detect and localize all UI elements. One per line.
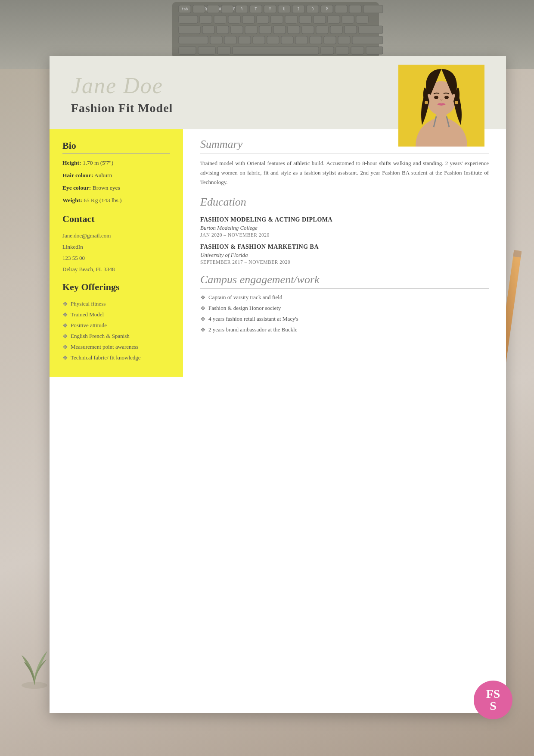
bullet-icon: ❖ bbox=[62, 354, 68, 362]
svg-rect-37 bbox=[316, 26, 328, 34]
bullet-icon: ❖ bbox=[200, 305, 206, 312]
fss-text-bottom: S bbox=[490, 700, 497, 712]
bio-height-label: Height: bbox=[62, 159, 81, 166]
bio-hair-label: Hair colour: bbox=[62, 172, 93, 178]
bio-eye: Eye colour: Brown eyes bbox=[62, 184, 170, 192]
fss-text-top: FS bbox=[486, 688, 500, 700]
education-title: Education bbox=[200, 196, 489, 211]
svg-rect-54 bbox=[198, 47, 215, 54]
header-section: Jane Doe Fashion Fit Model bbox=[50, 56, 506, 129]
offerings-section: Key Offerings ❖ Physical fitness ❖ Train… bbox=[62, 281, 170, 362]
offering-text: Measurement point awareness bbox=[71, 344, 138, 350]
svg-point-75 bbox=[434, 96, 438, 99]
offering-item: ❖ Positive attitude bbox=[62, 322, 170, 329]
svg-rect-32 bbox=[245, 26, 257, 34]
svg-rect-22 bbox=[285, 16, 297, 23]
svg-rect-43 bbox=[224, 36, 236, 44]
offering-text: Trained Model bbox=[71, 311, 104, 318]
svg-rect-48 bbox=[295, 36, 307, 44]
svg-rect-51 bbox=[338, 36, 350, 44]
svg-rect-59 bbox=[351, 47, 364, 54]
contact-address: Delray Beach, FL 3348 bbox=[62, 266, 170, 273]
bio-height: Height: 1.70 m (5'7") bbox=[62, 159, 170, 167]
svg-rect-46 bbox=[267, 36, 279, 44]
svg-rect-33 bbox=[259, 26, 271, 34]
summary-text: Trained model with Oriental features of … bbox=[200, 159, 489, 187]
campus-section: Campus engagement/work ❖ Captain of vars… bbox=[200, 273, 489, 334]
campus-item: ❖ Fashion & design Honor society bbox=[200, 305, 489, 312]
education-section: Education Fashion Modeling & Acting Dipl… bbox=[200, 196, 489, 265]
svg-rect-42 bbox=[210, 36, 222, 44]
svg-rect-47 bbox=[281, 36, 293, 44]
svg-point-76 bbox=[444, 96, 449, 99]
campus-title: Campus engagement/work bbox=[200, 273, 489, 289]
svg-text:Y: Y bbox=[269, 7, 271, 11]
bullet-icon: ❖ bbox=[200, 294, 206, 301]
svg-rect-30 bbox=[217, 26, 229, 34]
svg-rect-49 bbox=[310, 36, 322, 44]
svg-rect-23 bbox=[299, 16, 311, 23]
contact-phone: 123 55 00 bbox=[62, 255, 170, 262]
offering-item: ❖ Measurement point awareness bbox=[62, 344, 170, 351]
svg-rect-31 bbox=[231, 26, 243, 34]
edu-degree-2: Fashion & Fashion Marketing BA bbox=[200, 244, 489, 250]
svg-rect-12 bbox=[335, 5, 347, 13]
bullet-icon: ❖ bbox=[200, 316, 206, 323]
campus-text: 4 years fashion retail assistant at Macy… bbox=[208, 316, 298, 322]
svg-rect-24 bbox=[314, 16, 326, 23]
bio-section: Bio Height: 1.70 m (5'7") Hair colour: A… bbox=[62, 140, 170, 205]
svg-rect-26 bbox=[342, 16, 354, 23]
candidate-photo bbox=[398, 65, 484, 147]
svg-point-78 bbox=[455, 101, 458, 104]
svg-rect-25 bbox=[328, 16, 340, 23]
svg-text:P: P bbox=[326, 7, 328, 11]
svg-rect-40 bbox=[359, 26, 383, 34]
bullet-icon: ❖ bbox=[62, 322, 68, 329]
bio-weight: Weight: 65 Kg (143 lbs.) bbox=[62, 197, 170, 205]
offering-item: ❖ Technical fabric/ fit knowledge bbox=[62, 354, 170, 362]
svg-text:R: R bbox=[241, 7, 243, 11]
bio-height-value: 1.70 m (5'7") bbox=[83, 159, 113, 166]
offering-text: Technical fabric/ fit knowledge bbox=[71, 354, 141, 361]
bio-hair: Hair colour: Auburn bbox=[62, 172, 170, 180]
svg-rect-41 bbox=[179, 36, 208, 44]
offering-item: ❖ Physical fitness bbox=[62, 300, 170, 308]
svg-rect-4 bbox=[221, 5, 233, 13]
fss-badge: FS S bbox=[474, 681, 512, 719]
bio-weight-value: 65 Kg (143 lbs.) bbox=[84, 197, 122, 203]
svg-rect-39 bbox=[345, 26, 357, 34]
svg-rect-45 bbox=[253, 36, 265, 44]
svg-rect-13 bbox=[349, 5, 361, 13]
svg-rect-35 bbox=[288, 26, 300, 34]
edu-dates-1: JAN 2020 – NOVEMBER 2020 bbox=[200, 232, 489, 237]
svg-rect-29 bbox=[202, 26, 214, 34]
offering-item: ❖ Trained Model bbox=[62, 311, 170, 319]
right-content: Summary Trained model with Oriental feat… bbox=[183, 129, 506, 377]
campus-item: ❖ 4 years fashion retail assistant at Ma… bbox=[200, 316, 489, 323]
svg-text:I: I bbox=[298, 7, 300, 11]
svg-rect-20 bbox=[257, 16, 269, 23]
svg-rect-55 bbox=[217, 47, 230, 54]
bullet-icon: ❖ bbox=[62, 333, 68, 340]
svg-rect-38 bbox=[330, 26, 342, 34]
edu-dates-2: SEPTEMBER 2017 – NOVEMBER 2020 bbox=[200, 259, 489, 265]
bullet-icon: ❖ bbox=[62, 300, 68, 308]
pencil-eraser bbox=[513, 250, 522, 257]
campus-text: Fashion & design Honor society bbox=[208, 305, 281, 312]
svg-rect-28 bbox=[179, 26, 200, 34]
svg-text:tab: tab bbox=[182, 7, 188, 11]
svg-rect-18 bbox=[228, 16, 240, 23]
svg-rect-50 bbox=[324, 36, 336, 44]
campus-text: Captain of varsity track and field bbox=[208, 294, 282, 301]
contact-section: Contact Jane.doe@gmail.com LinkedIn 123 … bbox=[62, 213, 170, 273]
svg-rect-44 bbox=[239, 36, 251, 44]
svg-text:U: U bbox=[283, 7, 286, 11]
svg-rect-58 bbox=[336, 47, 349, 54]
svg-rect-2 bbox=[193, 5, 205, 13]
svg-rect-60 bbox=[366, 47, 383, 54]
campus-text: 2 years brand ambassador at the Buckle bbox=[208, 326, 297, 333]
svg-rect-16 bbox=[200, 16, 212, 23]
contact-title: Contact bbox=[62, 213, 170, 227]
svg-rect-15 bbox=[179, 16, 198, 23]
svg-rect-36 bbox=[302, 26, 314, 34]
